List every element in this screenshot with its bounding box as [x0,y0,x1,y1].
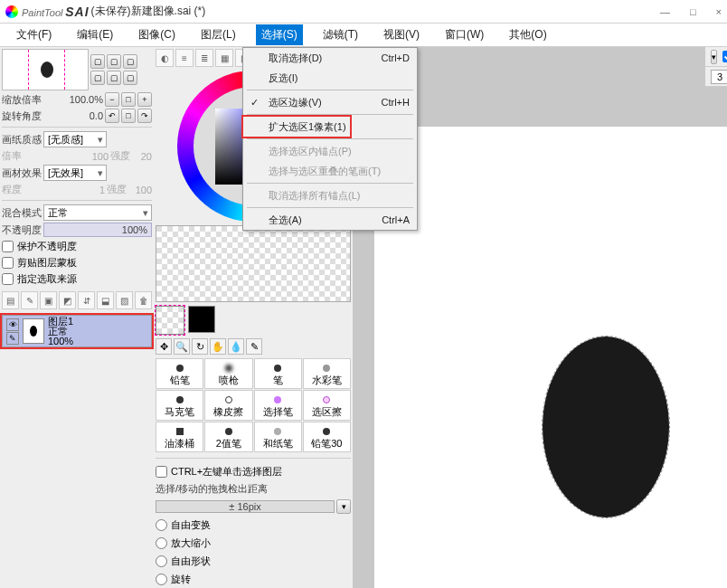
menu-other[interactable]: 其他(O) [504,24,552,45]
opacity-value[interactable]: 100% [43,223,152,237]
tb-btn[interactable]: ▾ [711,50,717,64]
menu-file[interactable]: 文件(F) [11,24,57,45]
left-panel: ▢▢▢ ▢▢▢ 缩放倍率100.0%−□+ 旋转角度0.0↶□↷ 画纸质感[无质… [0,47,154,588]
nav-btn[interactable]: ▢ [107,54,121,69]
rotate-tool-icon[interactable]: ↻ [192,338,208,355]
brush-grid: 铅笔 喷枪 笔 水彩笔 马克笔 橡皮擦 选择笔 选区擦 油漆桶 2值笔 和纸笔 … [156,358,351,452]
minimize-button[interactable]: — [660,6,670,17]
transfer-icon[interactable]: ⇵ [78,291,95,309]
new-linework-icon[interactable]: ✎ [21,291,38,309]
canvas-oval-shape [543,337,669,517]
visibility-icon[interactable]: 👁 [6,318,19,331]
opacity-label: 不透明度 [2,223,42,237]
hsv-slider-icon[interactable]: ≣ [195,49,213,67]
bg-swatch[interactable] [188,306,215,333]
app-logo-icon [5,5,18,18]
menu-expand-1px[interactable]: 扩大选区1像素(1) [243,117,417,137]
menu-image[interactable]: 图像(C) [133,24,181,45]
brush-binary[interactable]: 2值笔 [204,422,252,452]
brush-marker[interactable]: 马克笔 [156,390,203,421]
zoom-in-button[interactable]: + [137,92,152,107]
protect-opacity-checkbox[interactable]: 保护不透明度 [2,239,152,253]
menu-edit[interactable]: 编辑(E) [71,24,118,45]
zoom-out-button[interactable]: − [105,92,119,107]
select-dropdown: 取消选择(D)Ctrl+D 反选(I) ✓选区边缘(V)Ctrl+H 扩大选区1… [242,47,418,231]
top-toolbar-1: ▾ 选区边缘 100% ▾ − □ + +000° ▾ ↶ □ ↷ ⇋ [705,47,727,67]
transform-rotate[interactable]: 旋转 [156,572,351,586]
rotate-right-button[interactable]: ↷ [137,109,152,123]
nav-btn[interactable]: ▢ [90,71,105,85]
merge-icon[interactable]: ⬓ [97,291,114,309]
menu-deselect[interactable]: 取消选择(D)Ctrl+D [243,48,417,68]
rotate-left-button[interactable]: ↶ [105,109,119,123]
hand-tool-icon[interactable]: ✋ [210,338,226,355]
layer-item[interactable]: 👁 ✎ 图层1 正常 100% [2,315,152,347]
brush-selerase[interactable]: 选区擦 [303,390,351,421]
menu-filter[interactable]: 滤镜(T) [317,24,364,45]
close-button[interactable]: × [716,6,722,17]
menu-view[interactable]: 视图(V) [378,24,425,45]
brush-eraser[interactable]: 橡皮擦 [204,390,252,421]
menu-anchors-in-sel: 选择选区内锚点(P) [243,141,417,161]
edit-icon[interactable]: ✎ [6,332,19,345]
zoom-tool-icon[interactable]: 🔍 [174,338,190,355]
drag-value[interactable]: ± 16pix [156,500,335,513]
layer-mode: 正常 [48,327,73,337]
menu-select[interactable]: 选择(S) [256,24,303,45]
mateff-select[interactable]: [无效果] [43,165,107,181]
zoom-label: 缩放倍率 [2,93,42,107]
swatches-area[interactable] [156,225,351,303]
brush-pencil30[interactable]: 铅笔30 [303,422,351,452]
fg-swatch[interactable] [156,306,184,335]
menu-window[interactable]: 窗口(W) [439,24,489,45]
new-folder-icon[interactable]: ▣ [40,291,57,309]
layer-thumbnail [23,318,44,344]
nav-btn[interactable]: ▢ [107,71,121,85]
blend-select[interactable]: 正常 [43,204,152,221]
canvas-preview[interactable] [2,49,89,90]
transform-scale[interactable]: 放大缩小 [156,536,351,550]
brush-pencil[interactable]: 铅笔 [156,358,203,389]
menu-select-all[interactable]: 全选(A)Ctrl+A [243,210,417,230]
layer-name: 图层1 [48,317,73,327]
transform-free[interactable]: 自由变换 [156,517,351,532]
brush-airbrush[interactable]: 喷枪 [204,358,252,389]
menu-deselect-anchors: 取消选择所有锚点(L) [243,185,417,205]
nav-btn[interactable]: ▢ [90,54,105,69]
menu-layer[interactable]: 图层(L) [195,24,241,45]
move-tool-icon[interactable]: ✥ [156,338,172,355]
brush-brush[interactable]: 笔 [254,358,302,389]
color-wheel-icon[interactable]: ◐ [156,49,174,67]
transform-deform[interactable]: 自由形状 [156,554,351,568]
rotate-reset-button[interactable]: □ [121,109,136,123]
delete-layer-icon[interactable]: 🗑 [135,291,152,309]
mask-icon[interactable]: ◩ [59,291,76,309]
brush-bucket[interactable]: 油漆桶 [156,422,203,452]
papertex-select[interactable]: [无质感] [43,131,107,147]
nav-btn[interactable]: ▢ [123,71,137,85]
clip-mask-checkbox[interactable]: 剪贴图层蒙板 [2,255,152,270]
threshold-field[interactable]: 3 [711,70,727,84]
menu-invert[interactable]: 反选(I) [243,68,417,88]
ctrl-click-checkbox[interactable]: CTRL+左键单击选择图层 [156,464,351,479]
brush-paper[interactable]: 和纸笔 [254,422,302,452]
pen-tool-icon[interactable]: ✎ [246,338,262,355]
maximize-button[interactable]: □ [690,6,696,17]
nav-btn[interactable]: ▢ [123,54,137,69]
brush-selpen[interactable]: 选择笔 [254,390,302,421]
top-toolbar-2: 3 ▾ [705,67,727,87]
tint-source-checkbox[interactable]: 指定选取来源 [2,271,152,286]
canvas-paper[interactable] [374,127,727,588]
clear-icon[interactable]: ▨ [116,291,133,309]
mixer-icon[interactable]: ▦ [215,49,233,67]
zoom-reset-button[interactable]: □ [121,92,136,107]
menu-selection-edge[interactable]: ✓选区边缘(V)Ctrl+H [243,92,417,112]
check-icon: ✓ [250,97,259,109]
drag-dropdown-icon[interactable]: ▾ [336,499,351,514]
rotate-value: 0.0 [43,110,103,121]
new-layer-icon[interactable]: ▤ [2,291,19,309]
brush-watercolor[interactable]: 水彩笔 [303,358,351,389]
eyedropper-icon[interactable]: 💧 [228,338,244,355]
rgb-slider-icon[interactable]: ≡ [175,49,194,67]
selborder-checkbox[interactable]: 选区边缘 [722,50,727,64]
